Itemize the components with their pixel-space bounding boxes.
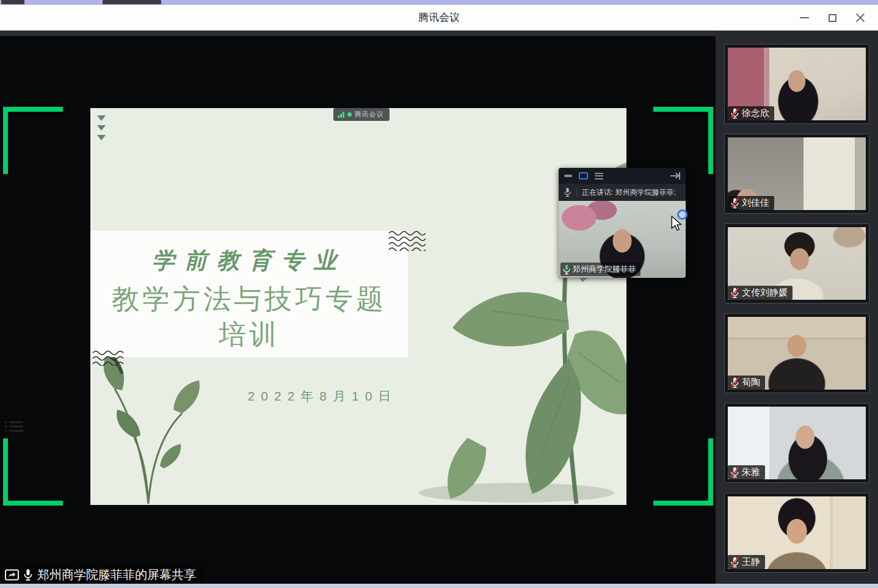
share-border-bottom-left-icon — [3, 438, 8, 506]
share-border-top-right-icon — [653, 107, 713, 112]
list-icon[interactable] — [595, 171, 603, 181]
window-titlebar: 腾讯会议 — [0, 5, 878, 31]
participant-video: 王静 — [728, 496, 866, 569]
participant-name-chip: 刘佳佳 — [728, 196, 774, 210]
slide-main-title: 教学方法与技巧专题 — [90, 281, 408, 318]
participant-name-chip: 王静 — [728, 555, 765, 569]
panel-status-row: 正在讲话: 郑州商学院滕菲菲; — [559, 184, 686, 201]
participant-tile[interactable]: 王静 — [724, 493, 869, 573]
meeting-watermark-badge: 腾讯会议 — [333, 108, 390, 121]
share-border-bottom-left-icon — [3, 501, 63, 506]
participant-name: 刘佳佳 — [742, 197, 769, 209]
participant-video: 徐念欣 — [728, 48, 866, 120]
mic-icon — [564, 187, 571, 197]
monitor-share-icon — [5, 569, 19, 581]
background-window-strip-bottom — [0, 584, 878, 588]
collapse-icon[interactable] — [564, 175, 572, 177]
badge-label: 腾讯会议 — [355, 110, 384, 119]
signal-bars-icon — [338, 112, 344, 118]
speaker-video-label: 郑州商学院滕菲菲 — [561, 263, 640, 276]
resize-handle-icon[interactable] — [676, 268, 684, 277]
close-icon — [855, 13, 865, 23]
participant-name: 徐念欣 — [742, 107, 769, 119]
close-button[interactable] — [846, 5, 874, 31]
slide-script-title: 学前教育专业 — [90, 245, 408, 276]
slide-triangle-decoration — [97, 115, 106, 121]
expand-icon[interactable] — [670, 172, 680, 180]
participant-tile[interactable]: 朱雅 — [724, 403, 869, 483]
participant-name-chip: 文传刘静媛 — [728, 286, 793, 300]
muted-mic-icon — [730, 377, 740, 388]
speaking-now-text: 正在讲话: 郑州商学院滕菲菲; — [582, 187, 676, 198]
muted-mic-icon — [730, 287, 740, 299]
participant-name: 王静 — [742, 556, 760, 568]
share-border-top-left-icon — [3, 107, 63, 112]
small-plant-illustration — [90, 346, 212, 505]
speaker-video[interactable]: 郑州商学院滕菲菲 — [559, 201, 686, 278]
minimize-button[interactable] — [790, 5, 818, 31]
participant-video: 朱雅 — [728, 407, 866, 479]
maximize-button[interactable] — [818, 5, 846, 31]
slide-date: 2022年8月10日 — [90, 388, 554, 405]
background-window-text-fragment — [1, 0, 24, 4]
shared-slide: 腾讯会议 学前教育专业 教学方法与技巧专题 培训 — [90, 108, 626, 505]
screen-share-banner: 郑州商学院滕菲菲的屏幕共享 — [0, 565, 205, 584]
screen-share-stage: 腾讯会议 学前教育专业 教学方法与技巧专题 培训 — [0, 31, 716, 588]
minimize-icon — [800, 17, 809, 18]
divider — [576, 188, 577, 197]
floating-speaker-panel[interactable]: 正在讲话: 郑州商学院滕菲菲; 郑州商学院滕菲菲 — [559, 168, 686, 278]
slide-triangle-decoration — [97, 135, 106, 140]
muted-mic-icon — [730, 466, 740, 478]
share-border-bottom-right-icon — [708, 438, 713, 506]
screen-share-active-icon[interactable] — [579, 172, 588, 180]
squiggle-decoration — [92, 350, 132, 366]
participant-video: 文传刘静媛 — [728, 227, 866, 300]
faint-list-icon — [5, 421, 23, 436]
participant-name-chip: 朱雅 — [728, 465, 765, 479]
participant-name-chip: 荀陶 — [728, 376, 765, 390]
mic-active-icon — [562, 264, 571, 275]
background-window-strip — [0, 0, 878, 5]
participants-sidebar: 徐念欣 刘佳佳 — [716, 31, 878, 588]
window-controls — [790, 5, 874, 31]
slide-sub-title: 培训 — [90, 316, 408, 353]
maximize-icon — [829, 14, 836, 22]
slide-title-box: 学前教育专业 教学方法与技巧专题 培训 — [90, 231, 408, 357]
mic-icon — [23, 568, 33, 581]
share-border-bottom-right-icon — [653, 501, 713, 506]
muted-mic-icon — [730, 556, 740, 568]
participant-name: 文传刘静媛 — [742, 287, 788, 299]
muted-mic-icon — [730, 107, 740, 119]
cursor-highlight-ring — [677, 209, 688, 220]
share-border-top-left-icon — [3, 107, 8, 174]
muted-mic-icon — [730, 197, 740, 209]
participant-tile[interactable]: 刘佳佳 — [724, 134, 869, 214]
share-border-top-right-icon — [708, 107, 713, 174]
background-window-text-fragment — [103, 0, 161, 4]
participant-name: 朱雅 — [742, 466, 760, 478]
participant-video: 荀陶 — [728, 317, 866, 390]
participant-tile[interactable]: 文传刘静媛 — [724, 223, 869, 303]
window-title: 腾讯会议 — [0, 5, 878, 31]
participant-name-chip: 徐念欣 — [728, 106, 774, 120]
participant-tile[interactable]: 荀陶 — [724, 313, 869, 393]
participant-tile[interactable]: 徐念欣 — [724, 44, 869, 124]
squiggle-decoration — [388, 230, 432, 251]
share-banner-text: 郑州商学院滕菲菲的屏幕共享 — [37, 567, 196, 583]
panel-toolbar — [559, 168, 686, 184]
participant-name: 荀陶 — [742, 377, 760, 388]
participant-video: 刘佳佳 — [728, 137, 866, 210]
slide-triangle-decoration — [97, 125, 106, 131]
recording-dot-icon — [347, 112, 352, 117]
